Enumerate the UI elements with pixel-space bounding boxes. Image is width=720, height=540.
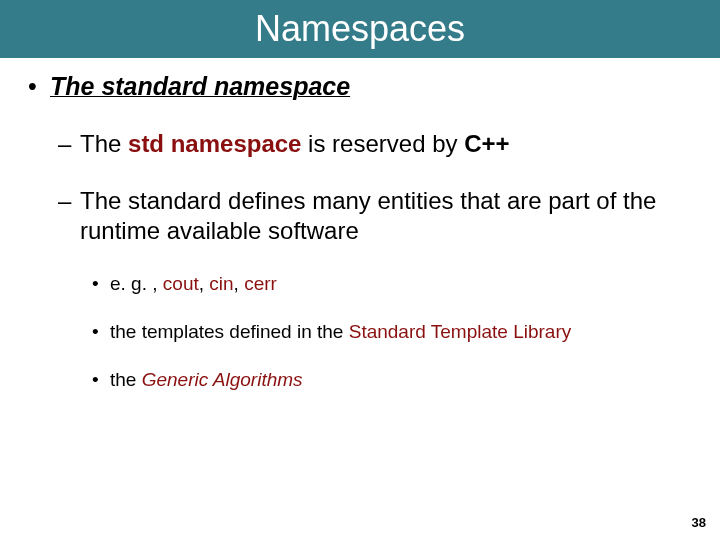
bullet-dot: • (92, 321, 110, 343)
slide-title: Namespaces (255, 8, 465, 50)
bullet-level3-body: the templates defined in the Standard Te… (110, 321, 696, 343)
keyword-stl: Standard Template Library (349, 321, 572, 342)
bullet-level2-body: The std namespace is reserved by C++ (80, 129, 696, 158)
keyword-std-namespace: std namespace (128, 130, 301, 157)
bullet-level3: • the Generic Algorithms (92, 369, 696, 391)
slide: Namespaces • The standard namespace – Th… (0, 0, 720, 540)
bullet-level2: – The std namespace is reserved by C++ (58, 129, 696, 158)
content-area: • The standard namespace – The std names… (0, 58, 720, 391)
bullet-dash: – (58, 186, 80, 245)
bullet-level1: • The standard namespace (28, 72, 696, 101)
text: The (80, 130, 128, 157)
title-bar: Namespaces (0, 0, 720, 58)
bullet-level2-text: The standard defines many entities that … (80, 186, 696, 245)
bullet-level3-body: e. g. , cout, cin, cerr (110, 273, 696, 295)
keyword-cerr: cerr (244, 273, 277, 294)
keyword-cpp: C++ (464, 130, 509, 157)
bullet-dot: • (28, 72, 50, 101)
text: , (199, 273, 210, 294)
text: the (110, 369, 142, 390)
bullet-level3: • the templates defined in the Standard … (92, 321, 696, 343)
bullet-dot: • (92, 273, 110, 295)
text: is reserved by (301, 130, 464, 157)
keyword-generic-algorithms: Generic Algorithms (142, 369, 303, 390)
text: , (234, 273, 245, 294)
bullet-level3-body: the Generic Algorithms (110, 369, 696, 391)
bullet-dot: • (92, 369, 110, 391)
bullet-level3: • e. g. , cout, cin, cerr (92, 273, 696, 295)
text: the templates defined in the (110, 321, 349, 342)
bullet-level2: – The standard defines many entities tha… (58, 186, 696, 245)
bullet-dash: – (58, 129, 80, 158)
text: e. g. , (110, 273, 163, 294)
page-number: 38 (692, 515, 706, 530)
keyword-cin: cin (209, 273, 233, 294)
keyword-cout: cout (163, 273, 199, 294)
bullet-level1-text: The standard namespace (50, 72, 350, 101)
